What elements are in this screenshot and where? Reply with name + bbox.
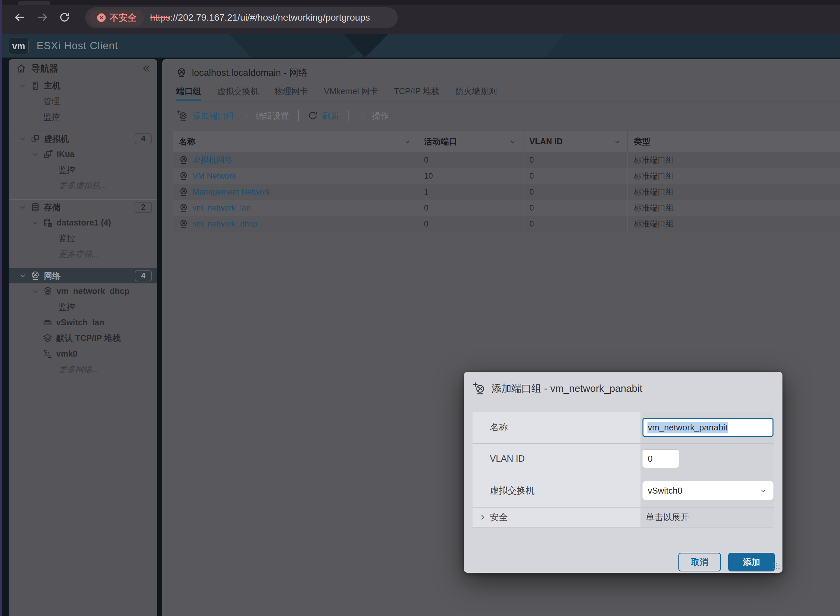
chevron-down-icon[interactable]	[19, 272, 26, 280]
virtual-switch-select[interactable]: vSwitch0	[642, 481, 774, 500]
url-rest: ://202.79.167.21/ui/#/host/networking/po…	[170, 12, 370, 23]
sidebar-item-vmk0[interactable]: vmk0	[9, 346, 157, 362]
security-section-toggle[interactable]: 安全	[472, 507, 641, 527]
virtual-switch-value: vSwitch0	[648, 485, 682, 496]
network-icon	[179, 171, 188, 180]
table-row[interactable]: vm_network_lan 0 0 标准端口组	[173, 200, 840, 216]
table-row[interactable]: VM Network 10 0 标准端口组	[173, 168, 840, 184]
vlan-id-input[interactable]: 0	[642, 450, 679, 468]
tab-vmkernel-nics[interactable]: VMkernel 网卡	[324, 84, 378, 101]
sidebar-item-network-monitor[interactable]: 监控	[9, 299, 157, 315]
form-row-vswitch: 虚拟交换机 vSwitch0	[472, 474, 774, 507]
column-header-type[interactable]: 类型	[628, 131, 840, 152]
column-header-active-ports[interactable]: 活动端口	[418, 131, 523, 152]
vmware-logo: vm	[9, 38, 29, 55]
chevron-down-icon[interactable]	[19, 135, 26, 143]
address-bar[interactable]: 不安全 https://202.79.167.21/ui/#/host/netw…	[85, 7, 398, 28]
esxi-host-client-window: 不安全 https://202.79.167.21/ui/#/host/netw…	[0, 0, 840, 616]
sort-chevron-icon[interactable]	[403, 137, 412, 146]
tab-physical-nics[interactable]: 物理网卡	[275, 84, 308, 101]
portgroup-link[interactable]: 虚拟机网络	[192, 155, 232, 165]
form-row-security: 安全 单击以展开	[472, 507, 774, 528]
network-icon	[179, 219, 188, 229]
chevron-down-icon[interactable]	[31, 150, 39, 158]
gear-icon	[358, 111, 368, 121]
not-secure-label: 不安全	[110, 12, 137, 23]
vm-running-icon	[43, 150, 53, 159]
sidebar-item-vms[interactable]: 虚拟机 4	[9, 131, 157, 146]
sidebar-item-storage[interactable]: 存储 2	[9, 199, 157, 215]
add-button[interactable]: 添加	[728, 553, 775, 571]
sidebar-item-tcpip-stack[interactable]: 默认 TCP/IP 堆栈	[9, 330, 157, 346]
sort-chevron-icon[interactable]	[613, 137, 622, 146]
chevron-down-icon[interactable]	[31, 219, 39, 227]
browser-forward-button[interactable]	[35, 10, 50, 25]
sidebar-item-datastore-monitor[interactable]: 监控	[9, 230, 157, 246]
sidebar-item-vm-ikua[interactable]: iKua	[9, 146, 157, 162]
table-row[interactable]: vm_network_dhcp 0 0 标准端口组	[173, 216, 840, 232]
portgroup-link[interactable]: vm_network_dhcp	[192, 219, 257, 229]
network-icon	[179, 187, 188, 197]
form-row-name: 名称 vm_network_panabit	[472, 412, 774, 444]
sidebar-item-vswitch-lan[interactable]: vSwitch_lan	[9, 315, 157, 330]
home-icon	[16, 63, 26, 74]
chevron-down-icon[interactable]	[19, 82, 26, 90]
not-secure-badge[interactable]: 不安全	[89, 10, 144, 26]
portgroup-toolbar: 添加端口组 编辑设置 刷新 操作	[176, 110, 389, 122]
chevron-down-icon[interactable]	[31, 287, 39, 295]
page-title: localhost.localdomain - 网络	[176, 66, 308, 79]
form-row-vlan: VLAN ID 0	[472, 444, 774, 474]
name-input[interactable]: vm_network_panabit	[642, 418, 774, 437]
sidebar-item-more-networks[interactable]: 更多网络...	[9, 362, 157, 377]
toolbar-divider	[348, 110, 349, 122]
portgroup-link[interactable]: Management Network	[192, 187, 271, 197]
sidebar-item-more-storage[interactable]: 更多存储...	[9, 246, 157, 262]
vlan-id-label: VLAN ID	[472, 444, 641, 474]
table-row[interactable]: 虚拟机网络 0 0 标准端口组	[173, 152, 840, 168]
chevron-down-icon[interactable]	[19, 203, 26, 211]
cancel-button[interactable]: 取消	[679, 553, 721, 571]
sidebar-item-host-manage[interactable]: 管理	[9, 94, 157, 109]
add-port-group-button[interactable]: 添加端口组	[176, 110, 234, 122]
actions-button[interactable]: 操作	[358, 110, 389, 122]
refresh-icon	[308, 111, 318, 121]
dialog-title: 添加端口组 - vm_network_panabit	[472, 382, 642, 396]
security-expand-hint: 单击以展开	[641, 507, 774, 527]
vm-count-badge: 4	[135, 133, 152, 144]
toolbar-divider	[298, 110, 299, 122]
sidebar-item-vm-monitor[interactable]: 监控	[9, 162, 157, 177]
app-header: vm ESXi Host Client	[0, 34, 840, 57]
dialog-resize-handle[interactable]	[770, 560, 780, 570]
sidebar-item-host-monitor[interactable]: 监控	[9, 109, 157, 125]
collapse-sidebar-icon[interactable]	[141, 63, 151, 73]
sort-chevron-icon[interactable]	[509, 137, 517, 146]
tab-virtual-switches[interactable]: 虚拟交换机	[217, 84, 259, 101]
add-port-group-dialog: 添加端口组 - vm_network_panabit 名称 vm_network…	[464, 372, 783, 573]
sidebar-item-vm-network-dhcp[interactable]: vm_network_dhcp	[9, 283, 157, 299]
chevron-right-icon	[478, 513, 487, 521]
add-port-group-icon	[472, 382, 486, 396]
browser-tab[interactable]	[18, 1, 50, 5]
sidebar-item-more-vms[interactable]: 更多虚拟机...	[9, 177, 157, 193]
edit-settings-button[interactable]: 编辑设置	[242, 110, 289, 122]
sidebar-item-host[interactable]: 主机	[9, 78, 157, 94]
tab-port-groups[interactable]: 端口组	[176, 84, 201, 101]
browser-reload-button[interactable]	[57, 10, 72, 25]
add-port-group-icon	[176, 110, 188, 122]
refresh-button[interactable]: 刷新	[308, 110, 339, 122]
browser-back-button[interactable]	[13, 10, 27, 25]
table-row[interactable]: Management Network 1 0 标准端口组	[173, 184, 840, 200]
column-header-name[interactable]: 名称	[173, 131, 418, 152]
portgroup-link[interactable]: VM Network	[192, 171, 236, 180]
sidebar-item-networking[interactable]: 网络 4	[9, 268, 157, 283]
storage-count-badge: 2	[135, 202, 152, 213]
tab-firewall-rules[interactable]: 防火墙规则	[456, 84, 497, 101]
chevron-down-icon	[759, 486, 768, 495]
navigator-title: 导航器	[31, 63, 58, 75]
portgroup-link[interactable]: vm_network_lan	[192, 203, 251, 213]
sidebar-item-datastore1[interactable]: datastore1 (4)	[9, 215, 157, 230]
not-secure-icon	[97, 13, 106, 23]
tab-tcpip-stacks[interactable]: TCP/IP 堆栈	[394, 84, 440, 101]
column-header-vlan-id[interactable]: VLAN ID	[523, 131, 628, 152]
app-title: ESXi Host Client	[37, 34, 118, 57]
